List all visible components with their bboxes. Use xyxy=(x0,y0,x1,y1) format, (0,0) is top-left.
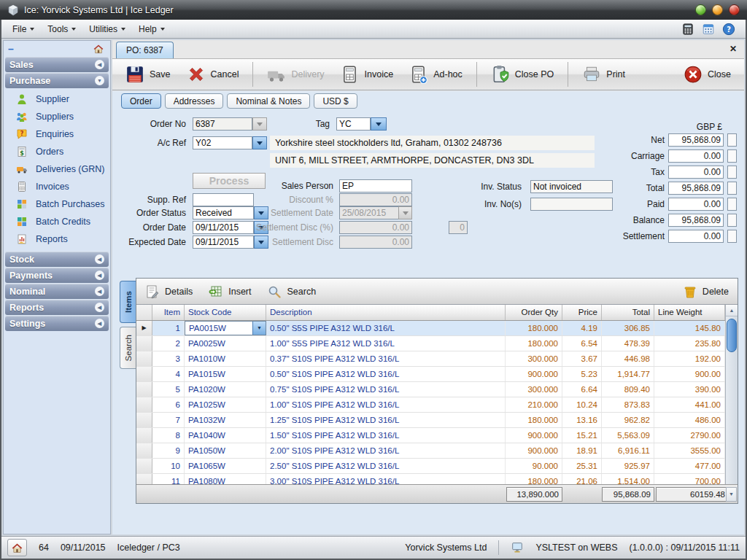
grid-row[interactable]: 6PA1025W1.00" S10S PIPE A312 WLD 316/L21… xyxy=(136,397,725,413)
window-minimize-button[interactable] xyxy=(695,4,706,15)
row-selector[interactable] xyxy=(136,428,152,443)
sidebar-section-settings[interactable]: Settings◀ xyxy=(5,316,109,331)
row-selector[interactable] xyxy=(136,321,152,335)
sidebar-item-deliveries-grn[interactable]: Deliveries (GRN) xyxy=(4,160,110,178)
sidebar-section-purchase[interactable]: Purchase▼ xyxy=(5,73,109,88)
cell-total[interactable]: 446.98 xyxy=(602,351,654,366)
row-selector[interactable] xyxy=(136,474,152,484)
cell-line-weight[interactable]: 2790.00 xyxy=(654,428,725,443)
column-order-qty[interactable]: Order Qty xyxy=(506,305,562,320)
cell-stock-code[interactable]: PA1020W xyxy=(185,382,266,397)
cell-price[interactable]: 5.23 xyxy=(562,367,602,381)
grid-row[interactable]: 4PA1015W0.50" S10S PIPE A312 WLD 316/L90… xyxy=(136,367,725,382)
cell-description[interactable]: 2.50" S10S PIPE A312 WLD 316/L xyxy=(266,459,506,473)
row-selector[interactable] xyxy=(136,351,152,366)
cell-order-qty[interactable]: 900.000 xyxy=(506,443,562,458)
chevron-left-icon[interactable]: ◀ xyxy=(95,60,104,69)
cell-description[interactable]: 3.00" S10S PIPE A312 WLD 316/L xyxy=(266,474,506,484)
grid-row[interactable]: 10PA1065W2.50" S10S PIPE A312 WLD 316/L9… xyxy=(136,459,725,474)
cell-stock-code[interactable]: PA1032W xyxy=(185,413,266,427)
cell-item[interactable]: 11 xyxy=(152,474,185,484)
cell-description[interactable]: 1.25" S10S PIPE A312 WLD 316/L xyxy=(266,413,506,427)
calculator-icon[interactable] xyxy=(681,23,694,36)
cell-order-qty[interactable]: 900.000 xyxy=(506,367,562,381)
cell-item[interactable]: 2 xyxy=(152,336,185,351)
column-total[interactable]: Total xyxy=(602,305,654,320)
cell-total[interactable]: 478.39 xyxy=(602,336,654,351)
insert-button[interactable]: Insert xyxy=(209,284,251,299)
row-selector[interactable] xyxy=(136,367,152,381)
close-button[interactable]: Close xyxy=(678,62,737,87)
cell-stock-code[interactable]: PA1065W xyxy=(185,459,266,473)
cell-order-qty[interactable]: 180.000 xyxy=(506,321,562,335)
column-line-weight[interactable]: Line Weight xyxy=(654,305,725,320)
vertical-scrollbar[interactable]: ▲ xyxy=(725,305,738,484)
cell-item[interactable]: 10 xyxy=(152,459,185,473)
cell-order-qty[interactable]: 180.000 xyxy=(506,413,562,427)
sidebar-section-sales[interactable]: Sales◀ xyxy=(5,57,109,72)
column-item[interactable]: Item xyxy=(152,305,185,320)
print-button[interactable]: Print xyxy=(576,62,631,87)
cell-order-qty[interactable]: 90.000 xyxy=(506,459,562,473)
menu-help[interactable]: Help xyxy=(132,21,171,37)
cell-stock-code[interactable]: PA1040W xyxy=(185,428,266,443)
cell-item[interactable]: 5 xyxy=(152,382,185,397)
cell-total[interactable]: 809.40 xyxy=(602,382,654,397)
cell-order-qty[interactable]: 900.000 xyxy=(506,428,562,443)
tab-usd[interactable]: USD $ xyxy=(314,93,357,109)
cell-price[interactable]: 21.06 xyxy=(562,474,602,484)
chevron-left-icon[interactable]: ◀ xyxy=(95,319,104,328)
sidebar-section-stock[interactable]: Stock◀ xyxy=(5,252,109,267)
cell-price[interactable]: 13.16 xyxy=(562,413,602,427)
cell-stock-code[interactable]: PA1050W xyxy=(185,443,266,458)
cell-item[interactable]: 6 xyxy=(152,397,185,412)
cell-total[interactable]: 6,916.11 xyxy=(602,443,654,458)
cell-description[interactable]: 0.50" S5S PIPE A312 WLD 316/L xyxy=(266,321,506,335)
cell-stock-code[interactable]: PA0015W xyxy=(185,321,266,335)
cell-line-weight[interactable]: 441.00 xyxy=(654,397,725,412)
ac-ref-field[interactable] xyxy=(193,136,252,149)
cell-item[interactable]: 9 xyxy=(152,443,185,458)
cell-order-qty[interactable]: 300.000 xyxy=(506,351,562,366)
cell-line-weight[interactable]: 192.00 xyxy=(654,351,725,366)
cell-line-weight[interactable]: 900.00 xyxy=(654,367,725,381)
cell-line-weight[interactable]: 145.80 xyxy=(654,321,725,335)
column-description[interactable]: Description xyxy=(266,305,506,320)
cancel-button[interactable]: Cancel xyxy=(181,62,245,87)
cell-price[interactable]: 15.21 xyxy=(562,428,602,443)
cell-line-weight[interactable]: 390.00 xyxy=(654,382,725,397)
grid-row[interactable]: 1PA0015W0.50" S5S PIPE A312 WLD 316/L180… xyxy=(136,321,725,336)
row-selector[interactable] xyxy=(136,459,152,473)
document-tab-po-6387[interactable]: PO: 6387 xyxy=(116,42,174,58)
side-tab-search[interactable]: Search xyxy=(120,327,136,369)
cell-total[interactable]: 1,514.00 xyxy=(602,474,654,484)
cell-stock-code[interactable]: PA0025W xyxy=(185,336,266,351)
cell-order-qty[interactable]: 300.000 xyxy=(506,382,562,397)
column-stock-code[interactable]: Stock Code xyxy=(185,305,266,320)
scrollbar-thumb[interactable] xyxy=(727,319,737,352)
order-no-field[interactable] xyxy=(193,117,252,131)
adhoc-button[interactable]: Ad-hoc xyxy=(403,62,468,87)
ac-ref-dropdown-icon[interactable] xyxy=(252,136,267,149)
cell-stock-code[interactable]: PA1015W xyxy=(185,367,266,381)
row-selector[interactable] xyxy=(136,397,152,412)
sidebar-item-suppliers[interactable]: Suppliers xyxy=(4,108,110,125)
chevron-left-icon[interactable]: ◀ xyxy=(95,303,104,312)
cell-item[interactable]: 7 xyxy=(152,413,185,427)
cell-description[interactable]: 0.75" S10S PIPE A312 WLD 316/L xyxy=(266,382,506,397)
cell-description[interactable]: 2.00" S10S PIPE A312 WLD 316/L xyxy=(266,443,506,458)
sidebar-section-reports[interactable]: Reports◀ xyxy=(5,300,109,315)
tab-order[interactable]: Order xyxy=(121,93,161,109)
tab-addresses[interactable]: Addresses xyxy=(165,93,224,109)
cell-item[interactable]: 3 xyxy=(152,351,185,366)
chevron-down-icon[interactable]: ▼ xyxy=(95,76,104,85)
cell-total[interactable]: 925.97 xyxy=(602,459,654,473)
row-selector[interactable] xyxy=(136,443,152,458)
sidebar-section-nominal[interactable]: Nominal◀ xyxy=(5,284,109,299)
cell-line-weight[interactable]: 3555.00 xyxy=(654,443,725,458)
cell-description[interactable]: 1.50" S10S PIPE A312 WLD 316/L xyxy=(266,428,506,443)
cell-line-weight[interactable]: 235.80 xyxy=(654,336,725,351)
cell-description[interactable]: 1.00" S10S PIPE A312 WLD 316/L xyxy=(266,397,506,412)
sidebar-item-batch-purchases[interactable]: Batch Purchases xyxy=(4,195,110,213)
cell-description[interactable]: 0.50" S10S PIPE A312 WLD 316/L xyxy=(266,367,506,381)
